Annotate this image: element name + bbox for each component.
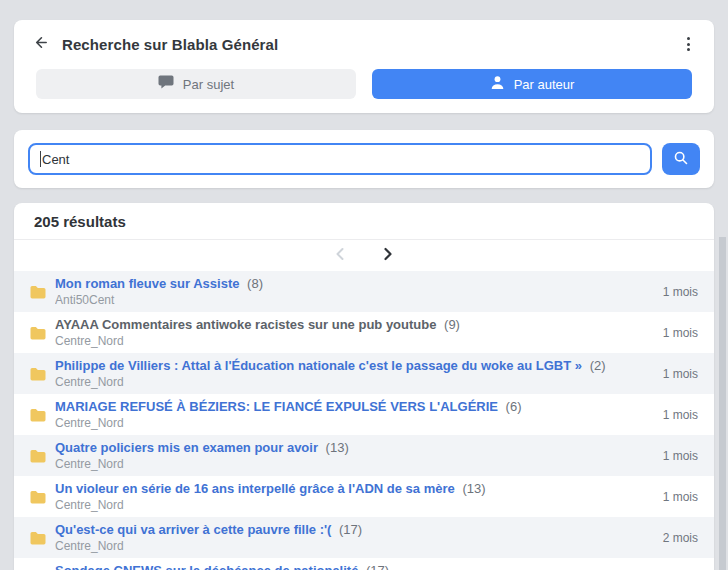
- results-count: 205 résultats: [14, 203, 714, 240]
- search-input-wrap: [28, 143, 652, 175]
- tab-label: Par sujet: [183, 77, 234, 92]
- result-row[interactable]: Mon roman fleuve sur Assiste (8) Anti50C…: [14, 271, 714, 312]
- result-row-main: Un violeur en série de 16 ans interpellé…: [55, 481, 651, 512]
- topic-title-line: Philippe de Villiers : Attal à l'Éducati…: [55, 358, 651, 373]
- topic-age: 1 mois: [663, 408, 698, 422]
- search-button[interactable]: [662, 143, 700, 175]
- topic-age: 1 mois: [663, 285, 698, 299]
- person-icon: [490, 75, 505, 93]
- topic-title-line: Mon roman fleuve sur Assiste (8): [55, 276, 651, 291]
- result-row-main: Qu'est-ce qui va arriver à cette pauvre …: [55, 522, 651, 553]
- topic-title-line: Quatre policiers mis en examen pour avoi…: [55, 440, 651, 455]
- arrow-left-icon: [32, 34, 49, 54]
- topic-author: Centre_Nord: [55, 417, 651, 430]
- search-input[interactable]: [28, 143, 652, 175]
- topic-link[interactable]: Sondage CNEWS sur la déchéance de nation…: [55, 563, 358, 570]
- prev-page-button[interactable]: [330, 246, 350, 266]
- text-caret: [40, 151, 41, 167]
- magnifier-icon: [673, 150, 689, 169]
- topic-age: 1 mois: [663, 490, 698, 504]
- reply-count: (17): [339, 522, 362, 537]
- topic-title-line: Un violeur en série de 16 ans interpellé…: [55, 481, 651, 496]
- result-row-main: Philippe de Villiers : Attal à l'Éducati…: [55, 358, 651, 389]
- topic-author: Centre_Nord: [55, 458, 651, 471]
- reply-count: (13): [326, 440, 349, 455]
- tab-label: Par auteur: [514, 77, 575, 92]
- results-list: Mon roman fleuve sur Assiste (8) Anti50C…: [14, 271, 714, 570]
- speech-bubble-icon: [158, 75, 174, 93]
- result-row-main: Sondage CNEWS sur la déchéance de nation…: [55, 563, 651, 570]
- folder-icon: [30, 531, 46, 545]
- result-row[interactable]: Quatre policiers mis en examen pour avoi…: [14, 435, 714, 476]
- topic-link[interactable]: MARIAGE REFUSÉ À BÉZIERS: LE FIANCÉ EXPU…: [55, 399, 498, 414]
- result-row[interactable]: MARIAGE REFUSÉ À BÉZIERS: LE FIANCÉ EXPU…: [14, 394, 714, 435]
- search-page: Recherche sur Blabla Général Par sujet P…: [0, 0, 728, 570]
- topic-link[interactable]: AYAAA Commentaires antiwoke racistes sur…: [55, 317, 436, 332]
- next-page-button[interactable]: [378, 246, 398, 266]
- results-card: 205 résultats Mon roman fleuve sur Assis…: [14, 203, 714, 570]
- topic-link[interactable]: Un violeur en série de 16 ans interpellé…: [55, 481, 455, 496]
- result-row-main: Quatre policiers mis en examen pour avoi…: [55, 440, 651, 471]
- folder-icon: [30, 326, 46, 340]
- back-button[interactable]: [30, 34, 50, 54]
- header-row: Recherche sur Blabla Général: [30, 32, 698, 56]
- topic-author: Centre_Nord: [55, 540, 651, 553]
- reply-count: (2): [590, 358, 606, 373]
- topic-author: Centre_Nord: [55, 335, 651, 348]
- folder-icon: [30, 490, 46, 504]
- tab-par-sujet[interactable]: Par sujet: [36, 69, 356, 99]
- reply-count: (9): [444, 317, 460, 332]
- result-row[interactable]: Qu'est-ce qui va arriver à cette pauvre …: [14, 517, 714, 558]
- search-card: [14, 130, 714, 188]
- topic-link[interactable]: Mon roman fleuve sur Assiste: [55, 276, 239, 291]
- topic-title-line: Sondage CNEWS sur la déchéance de nation…: [55, 563, 651, 570]
- reply-count: (6): [506, 399, 522, 414]
- topic-age: 1 mois: [663, 367, 698, 381]
- result-row[interactable]: Sondage CNEWS sur la déchéance de nation…: [14, 558, 714, 570]
- reply-count: (17): [366, 563, 389, 570]
- scrollbar[interactable]: [719, 237, 726, 570]
- chevron-right-icon: [382, 247, 394, 264]
- topic-age: 2 mois: [663, 531, 698, 545]
- result-row[interactable]: Un violeur en série de 16 ans interpellé…: [14, 476, 714, 517]
- folder-icon: [30, 367, 46, 381]
- search-mode-tabs: Par sujet Par auteur: [30, 69, 698, 99]
- folder-icon: [30, 285, 46, 299]
- result-row-main: Mon roman fleuve sur Assiste (8) Anti50C…: [55, 276, 651, 307]
- result-row[interactable]: Philippe de Villiers : Attal à l'Éducati…: [14, 353, 714, 394]
- kebab-menu-icon[interactable]: [678, 34, 698, 54]
- topic-age: 1 mois: [663, 326, 698, 340]
- pagination: [14, 240, 714, 271]
- folder-icon: [30, 449, 46, 463]
- topic-author: Centre_Nord: [55, 376, 651, 389]
- topic-title-line: Qu'est-ce qui va arriver à cette pauvre …: [55, 522, 651, 537]
- topic-link[interactable]: Quatre policiers mis en examen pour avoi…: [55, 440, 318, 455]
- folder-icon: [30, 408, 46, 422]
- result-row[interactable]: AYAAA Commentaires antiwoke racistes sur…: [14, 312, 714, 353]
- topic-title-line: MARIAGE REFUSÉ À BÉZIERS: LE FIANCÉ EXPU…: [55, 399, 651, 414]
- topic-age: 1 mois: [663, 449, 698, 463]
- reply-count: (13): [462, 481, 485, 496]
- tab-par-auteur[interactable]: Par auteur: [372, 69, 692, 99]
- page-title: Recherche sur Blabla Général: [62, 36, 278, 53]
- topic-author: Anti50Cent: [55, 294, 651, 307]
- topic-link[interactable]: Qu'est-ce qui va arriver à cette pauvre …: [55, 522, 331, 537]
- reply-count: (8): [247, 276, 263, 291]
- result-row-main: MARIAGE REFUSÉ À BÉZIERS: LE FIANCÉ EXPU…: [55, 399, 651, 430]
- header-card: Recherche sur Blabla Général Par sujet P…: [14, 20, 714, 113]
- result-row-main: AYAAA Commentaires antiwoke racistes sur…: [55, 317, 651, 348]
- topic-author: Centre_Nord: [55, 499, 651, 512]
- topic-title-line: AYAAA Commentaires antiwoke racistes sur…: [55, 317, 651, 332]
- chevron-left-icon: [334, 247, 346, 264]
- topic-link[interactable]: Philippe de Villiers : Attal à l'Éducati…: [55, 358, 582, 373]
